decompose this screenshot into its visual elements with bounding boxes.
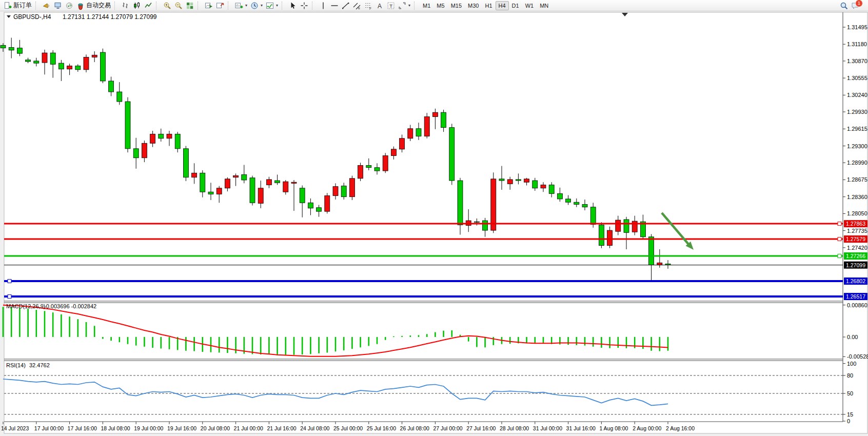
toolbar-separator — [198, 2, 201, 10]
chevron-down-icon[interactable]: ▾ — [408, 3, 410, 8]
chart-title-ohlc: 1.27131 1.27144 1.27079 1.27099 — [63, 13, 157, 21]
candle — [84, 54, 89, 72]
arrows-button[interactable]: ▾ — [397, 1, 412, 11]
text-label-button[interactable]: T — [385, 1, 397, 11]
notification-badge[interactable]: 1 — [855, 0, 863, 7]
candle — [599, 222, 604, 248]
time-axis-label: 25 Jul 00:00 — [333, 425, 363, 431]
textA-icon: A — [376, 2, 384, 10]
price-axis-label: 1.28050 — [847, 210, 867, 216]
crosshair-button[interactable] — [299, 1, 310, 11]
rsi-axis-label: 0 — [847, 418, 850, 424]
fibonacci-button[interactable]: F — [363, 1, 374, 11]
candle — [349, 176, 354, 200]
rsi-axis-label: 50 — [847, 390, 853, 397]
auto-scroll-button[interactable] — [203, 1, 214, 11]
price-axis-label: 1.28360 — [847, 194, 867, 200]
candle — [183, 146, 188, 182]
candle — [383, 153, 388, 173]
bars-icon — [122, 2, 130, 10]
hline-handle[interactable] — [8, 280, 11, 283]
chart-plus-icon — [235, 2, 243, 10]
hline-handle[interactable] — [838, 222, 841, 226]
candle — [325, 193, 330, 213]
announcement-button[interactable] — [41, 1, 52, 11]
price-badge-label: 1.27579 — [846, 236, 865, 242]
candle-chart-button[interactable] — [131, 1, 143, 11]
macd-values: -0.003696 -0.002842 — [44, 303, 96, 309]
time-axis-label: 28 Jul 08:00 — [500, 425, 529, 431]
price-axis-label: 1.29615 — [847, 126, 867, 132]
chevron-down-icon[interactable]: ▾ — [245, 3, 247, 8]
hline-icon — [330, 2, 339, 10]
cursor-button[interactable] — [287, 1, 299, 11]
chat-button[interactable]: 1 — [850, 1, 868, 11]
toolbar-separator — [228, 2, 231, 10]
chart-title-symbol: GBPUSD-,H4 — [13, 13, 51, 21]
time-axis-label: 18 Jul 08:00 — [101, 425, 130, 431]
hline-handle[interactable] — [838, 254, 841, 258]
new-chart-button[interactable]: ▾ — [233, 1, 249, 11]
price-axis-label: 1.30870 — [847, 58, 867, 64]
tiles-icon — [186, 2, 194, 10]
hline-handle[interactable] — [838, 237, 841, 241]
tile-windows-button[interactable] — [184, 1, 195, 11]
price-badge-label: 1.26802 — [846, 278, 865, 284]
time-axis-label: 25 Jul 16:00 — [367, 425, 396, 431]
timeframe-button-m15[interactable]: M15 — [448, 1, 465, 10]
timeframe-button-m30[interactable]: M30 — [465, 1, 482, 10]
chevron-down-icon[interactable]: ▾ — [261, 3, 263, 8]
search-icon — [840, 2, 848, 10]
toolbar-separator — [414, 2, 418, 10]
timeframe-button-mn[interactable]: MN — [537, 1, 551, 10]
time-axis-label: 19 Jul 00:00 — [134, 425, 163, 431]
time-axis-label: 21 Jul 16:00 — [267, 425, 296, 431]
terminal-button[interactable] — [52, 1, 64, 11]
trendline-button[interactable] — [340, 1, 351, 11]
chart-shift-button[interactable] — [214, 1, 226, 11]
price-axis-label: 1.28675 — [847, 176, 867, 183]
price-axis-label: 1.31180 — [847, 41, 867, 47]
timeframe-button-h4[interactable]: H4 — [496, 1, 509, 10]
time-axis-label: 27 Jul 16:00 — [466, 425, 496, 431]
rsi-axis-label: 15 — [847, 411, 853, 418]
svg-text:E: E — [358, 7, 360, 10]
timeframe-button-m5[interactable]: M5 — [433, 1, 447, 10]
indicator-icon — [266, 2, 274, 10]
price-axis-label: 1.31495 — [847, 24, 867, 30]
time-axis-label: 17 Jul 16:00 — [68, 425, 97, 431]
auto-trading-button-label: 自动交易 — [86, 1, 111, 10]
timeframe-button-w1[interactable]: W1 — [522, 1, 537, 10]
text-button[interactable]: A — [374, 1, 385, 11]
zoom-in-button[interactable] — [162, 1, 173, 11]
macd-axis-label: 0.008601 — [847, 302, 868, 308]
price-axis-label: 1.30240 — [847, 92, 867, 98]
svg-text:A: A — [378, 2, 382, 9]
price-badge-label: 1.26517 — [846, 293, 865, 300]
price-axis-label: 1.27420 — [847, 245, 867, 251]
search-button[interactable] — [838, 1, 850, 11]
line-chart-button[interactable] — [143, 1, 154, 11]
indicators-button[interactable]: ▾ — [264, 1, 280, 11]
new-order-button[interactable]: 新订单 — [2, 1, 33, 11]
time-axis-label: 2 Aug 00:00 — [633, 425, 661, 431]
profiles-button[interactable]: ▾ — [249, 1, 264, 11]
toolbar-separator — [35, 2, 39, 10]
timeframe-button-m1[interactable]: M1 — [420, 1, 433, 10]
equidistant-channel-button[interactable]: E — [351, 1, 363, 11]
toolbar-separator — [282, 2, 285, 10]
chevron-down-icon[interactable]: ▾ — [276, 3, 278, 8]
auto-trading-button[interactable]: 自动交易 — [75, 1, 112, 11]
zoom-out-button[interactable] — [173, 1, 184, 11]
hline-handle[interactable] — [8, 295, 11, 299]
horizontal-line-button[interactable] — [329, 1, 340, 11]
price-axis-label: 1.29930 — [847, 109, 867, 115]
vertical-line-button[interactable] — [318, 1, 329, 11]
svg-text:T: T — [389, 3, 392, 8]
timeframe-button-d1[interactable]: D1 — [509, 1, 522, 10]
signals-button[interactable] — [64, 1, 75, 11]
timeframe-button-h1[interactable]: H1 — [482, 1, 495, 10]
time-axis-label: 14 Jul 2023 — [1, 425, 29, 431]
jar-icon — [76, 2, 85, 10]
bar-chart-button[interactable] — [120, 1, 131, 11]
